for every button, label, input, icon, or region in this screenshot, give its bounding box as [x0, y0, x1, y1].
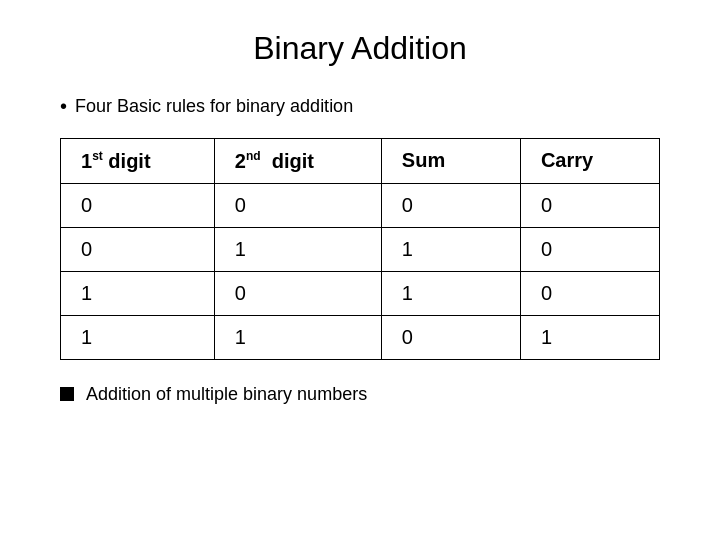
table-row: 0000	[61, 183, 660, 227]
square-bullet-icon	[60, 387, 74, 401]
cell-1-1: 1	[214, 227, 381, 271]
cell-2-1: 0	[214, 271, 381, 315]
cell-3-0: 1	[61, 315, 215, 359]
binary-addition-table: 1st digit 2nd digit Sum Carry 0000011010…	[60, 138, 660, 360]
cell-0-3: 0	[520, 183, 659, 227]
cell-3-1: 1	[214, 315, 381, 359]
cell-0-2: 0	[381, 183, 520, 227]
binary-table-container: 1st digit 2nd digit Sum Carry 0000011010…	[60, 138, 660, 360]
table-row: 1010	[61, 271, 660, 315]
cell-0-0: 0	[61, 183, 215, 227]
bottom-note-text: Addition of multiple binary numbers	[86, 384, 367, 405]
cell-3-3: 1	[520, 315, 659, 359]
cell-1-0: 0	[61, 227, 215, 271]
cell-2-0: 1	[61, 271, 215, 315]
page-title: Binary Addition	[253, 30, 466, 67]
cell-2-3: 0	[520, 271, 659, 315]
table-row: 0110	[61, 227, 660, 271]
table-header-row: 1st digit 2nd digit Sum Carry	[61, 139, 660, 184]
cell-1-3: 0	[520, 227, 659, 271]
cell-2-2: 1	[381, 271, 520, 315]
cell-0-1: 0	[214, 183, 381, 227]
header-col-2: 2nd digit	[214, 139, 381, 184]
bottom-note: Addition of multiple binary numbers	[60, 384, 660, 405]
bullet-text: Four Basic rules for binary addition	[60, 95, 660, 118]
header-col-4: Carry	[520, 139, 659, 184]
cell-1-2: 1	[381, 227, 520, 271]
header-col-1: 1st digit	[61, 139, 215, 184]
table-row: 1101	[61, 315, 660, 359]
cell-3-2: 0	[381, 315, 520, 359]
header-col-3: Sum	[381, 139, 520, 184]
